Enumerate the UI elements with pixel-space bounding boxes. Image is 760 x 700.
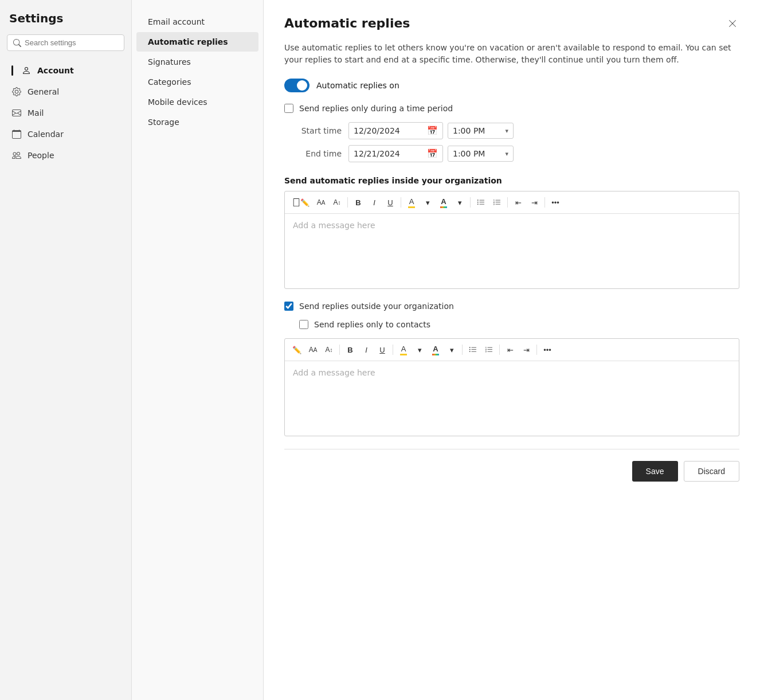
- text-color-button[interactable]: A: [436, 195, 451, 210]
- outside-org-checkbox-row: Send replies outside your organization: [284, 302, 739, 311]
- bullets-button[interactable]: [473, 195, 488, 210]
- increase-indent-button[interactable]: ⇥: [527, 195, 542, 210]
- app-title: Settings: [0, 11, 131, 34]
- start-date-input[interactable]: 12/20/2024 📅: [348, 122, 443, 139]
- outside-org-label: Send replies outside your organization: [299, 302, 454, 311]
- outside-numbering-button[interactable]: [481, 342, 496, 357]
- save-button[interactable]: Save: [632, 461, 678, 482]
- mail-icon: [11, 108, 22, 118]
- end-time-select[interactable]: 1:00 PM ▾: [448, 146, 514, 162]
- numbering-button[interactable]: [489, 195, 504, 210]
- submenu-item-automatic-replies[interactable]: Automatic replies: [136, 32, 258, 52]
- submenu-item-email-account[interactable]: Email account: [136, 12, 258, 32]
- calendar-icon: [11, 129, 22, 139]
- outside-numbering-icon: [485, 346, 493, 354]
- end-time-row: End time 12/21/2024 📅 1:00 PM ▾: [296, 145, 739, 162]
- highlight-color-button[interactable]: A: [404, 195, 419, 210]
- text-color-chevron-button[interactable]: ▾: [452, 195, 467, 210]
- toolbar-sep-5: [544, 197, 545, 208]
- sidebar-item-calendar[interactable]: Calendar: [2, 124, 129, 144]
- outside-italic-button[interactable]: I: [359, 342, 374, 357]
- outside-text-color-chevron-button[interactable]: ▾: [444, 342, 459, 357]
- toolbar-sep-4: [507, 197, 508, 208]
- sidebar-item-label-calendar: Calendar: [28, 130, 64, 139]
- end-time-label: End time: [296, 149, 342, 158]
- time-period-checkbox-row: Send replies only during a time period: [284, 104, 739, 113]
- outside-bold-button[interactable]: B: [343, 342, 358, 357]
- end-date-value: 12/21/2024: [354, 149, 422, 158]
- outside-org-message-area[interactable]: Add a message here: [285, 361, 739, 436]
- close-button[interactable]: [726, 17, 739, 30]
- end-date-input[interactable]: 12/21/2024 📅: [348, 145, 443, 162]
- submenu-item-signatures[interactable]: Signatures: [136, 52, 258, 72]
- inside-org-placeholder: Add a message here: [293, 221, 375, 230]
- italic-button[interactable]: I: [367, 195, 382, 210]
- submenu-item-storage[interactable]: Storage: [136, 112, 258, 132]
- automatic-replies-toggle[interactable]: [284, 79, 310, 92]
- outside-underline-button[interactable]: U: [375, 342, 390, 357]
- submenu-item-categories[interactable]: Categories: [136, 72, 258, 92]
- outside-toolbar-sep-5: [536, 345, 537, 355]
- outside-font-size-button[interactable]: AA: [305, 342, 320, 357]
- sidebar-item-label-general: General: [28, 87, 59, 96]
- toolbar-sep-3: [470, 197, 471, 208]
- highlight-chevron-button[interactable]: ▾: [420, 195, 435, 210]
- sidebar-item-account[interactable]: Account: [2, 60, 129, 81]
- outside-toolbar-sep-1: [339, 345, 340, 355]
- contacts-only-checkbox[interactable]: [299, 320, 308, 329]
- toolbar-sep-1: [347, 197, 348, 208]
- outside-org-placeholder: Add a message here: [293, 368, 375, 377]
- outside-text-color-button[interactable]: A: [428, 342, 443, 357]
- start-time-select[interactable]: 1:00 PM ▾: [448, 123, 514, 139]
- sidebar-item-people[interactable]: People: [2, 145, 129, 166]
- search-icon: [13, 39, 21, 47]
- format-painter-icon: [292, 198, 300, 206]
- close-icon: [728, 19, 737, 28]
- outside-toolbar-sep-3: [462, 345, 463, 355]
- text-color-icon: A: [440, 197, 447, 208]
- outside-text-color-icon: A: [432, 345, 439, 355]
- outside-org-checkbox[interactable]: [284, 302, 293, 311]
- start-time-inputs: 12/20/2024 📅 1:00 PM ▾: [348, 122, 514, 139]
- outside-font-size-shrink-button[interactable]: A↕: [322, 342, 336, 357]
- main-header: Automatic replies: [284, 16, 739, 30]
- discard-button[interactable]: Discard: [684, 461, 739, 482]
- toolbar-sep-2: [401, 197, 401, 208]
- highlight-icon: A: [408, 197, 415, 208]
- numbering-icon: [493, 198, 501, 206]
- outside-toolbar-sep-4: [499, 345, 500, 355]
- outside-decrease-indent-button[interactable]: ⇤: [503, 342, 518, 357]
- sidebar-item-mail[interactable]: Mail: [2, 103, 129, 123]
- submenu-item-mobile-devices[interactable]: Mobile devices: [136, 92, 258, 112]
- format-painter-button[interactable]: ✏️: [289, 195, 312, 210]
- outside-org-toolbar: ✏️ AA A↕ B I U A ▾ A ▾: [285, 339, 739, 361]
- end-calendar-icon: 📅: [427, 148, 438, 159]
- more-options-button[interactable]: •••: [548, 195, 563, 210]
- time-period-checkbox[interactable]: [284, 104, 293, 113]
- end-time-value: 1:00 PM: [453, 149, 502, 158]
- search-box[interactable]: [7, 34, 124, 51]
- outside-increase-indent-button[interactable]: ⇥: [519, 342, 534, 357]
- outside-highlight-chevron-button[interactable]: ▾: [412, 342, 427, 357]
- time-period-label: Send replies only during a time period: [299, 104, 453, 113]
- font-size-button[interactable]: AA: [314, 195, 328, 210]
- people-icon: [11, 150, 22, 161]
- contacts-only-checkbox-row: Send replies only to contacts: [299, 320, 739, 329]
- search-input[interactable]: [25, 38, 118, 47]
- underline-button[interactable]: U: [383, 195, 398, 210]
- sidebar-item-general[interactable]: General: [2, 81, 129, 102]
- submenu: Email account Automatic replies Signatur…: [132, 0, 264, 700]
- bold-button[interactable]: B: [351, 195, 366, 210]
- outside-org-editor: ✏️ AA A↕ B I U A ▾ A ▾: [284, 338, 739, 436]
- inside-org-message-area[interactable]: Add a message here: [285, 214, 739, 288]
- font-size-shrink-button[interactable]: A↕: [330, 195, 344, 210]
- outside-highlight-color-button[interactable]: A: [396, 342, 411, 357]
- decrease-indent-button[interactable]: ⇤: [511, 195, 526, 210]
- start-calendar-icon: 📅: [427, 126, 438, 136]
- sidebar-item-label-mail: Mail: [28, 108, 44, 118]
- outside-bullets-button[interactable]: [465, 342, 480, 357]
- outside-more-options-button[interactable]: •••: [540, 342, 555, 357]
- gear-icon: [11, 87, 22, 97]
- outside-format-painter-button[interactable]: ✏️: [289, 342, 304, 357]
- time-fields: Start time 12/20/2024 📅 1:00 PM ▾ End ti…: [296, 122, 739, 162]
